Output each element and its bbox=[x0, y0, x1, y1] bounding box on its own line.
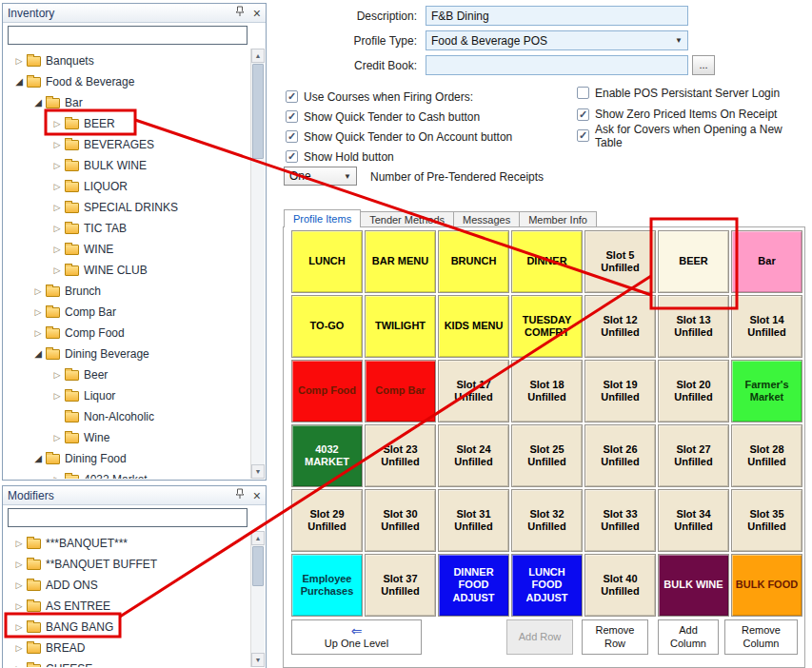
grid-cell-slot-18-unfilled[interactable]: Slot 18 Unfilled bbox=[511, 360, 583, 422]
grid-cell-twilight[interactable]: TWILIGHT bbox=[365, 295, 436, 358]
expander-expanded-icon[interactable]: ◢ bbox=[32, 454, 44, 463]
tree-item-wine-club[interactable]: ▷WINE CLUB bbox=[4, 260, 249, 281]
checkbox-checked[interactable]: ✓ bbox=[286, 110, 298, 123]
expander-collapsed-icon[interactable]: ▷ bbox=[51, 476, 63, 480]
checkbox-checked[interactable]: ✓ bbox=[577, 108, 589, 121]
grid-cell-slot-37-unfilled[interactable]: Slot 37 Unfilled bbox=[365, 554, 436, 617]
checkbox-checked[interactable]: ✓ bbox=[286, 150, 298, 163]
scroll-down-icon[interactable]: ▼ bbox=[251, 653, 265, 667]
grid-cell-lunch[interactable]: LUNCH bbox=[291, 230, 363, 293]
tree-item-beverages[interactable]: ▷BEVERAGES bbox=[4, 134, 249, 155]
tree-item-non-alcoholic[interactable]: Non-Alcoholic bbox=[4, 406, 249, 427]
grid-cell-slot-13-unfilled[interactable]: Slot 13 Unfilled bbox=[658, 295, 729, 358]
grid-cell-to-go[interactable]: TO-GO bbox=[291, 295, 363, 358]
expander-collapsed-icon[interactable]: ▷ bbox=[13, 540, 25, 548]
grid-cell-farmer-s-market[interactable]: Farmer's Market bbox=[731, 360, 802, 422]
expander-collapsed-icon[interactable]: ▷ bbox=[51, 246, 63, 254]
expander-collapsed-icon[interactable]: ▷ bbox=[32, 308, 44, 317]
expander-collapsed-icon[interactable]: ▷ bbox=[51, 371, 63, 380]
tree-item-bang-bang[interactable]: ▷BANG BANG bbox=[4, 617, 249, 638]
credit-book-input[interactable] bbox=[426, 55, 688, 75]
close-icon[interactable]: × bbox=[253, 7, 261, 20]
tree-item-banquet[interactable]: ▷***BANQUET*** bbox=[4, 533, 249, 554]
grid-cell-bulk-wine[interactable]: BULK WINE bbox=[658, 554, 729, 617]
tree-item-beer[interactable]: ▷BEER bbox=[4, 113, 249, 134]
inventory-scrollbar[interactable]: ▲ ▼ bbox=[250, 49, 265, 479]
tree-item-comp-food[interactable]: ▷Comp Food bbox=[4, 323, 249, 344]
grid-cell-comp-bar[interactable]: Comp Bar bbox=[365, 360, 436, 422]
grid-cell-slot-5-unfilled[interactable]: Slot 5 Unfilled bbox=[584, 230, 656, 293]
grid-cell-kids-menu[interactable]: KIDS MENU bbox=[438, 295, 509, 358]
close-icon[interactable]: × bbox=[253, 489, 261, 502]
tree-item-add-ons[interactable]: ▷ADD ONS bbox=[4, 575, 249, 596]
tree-item-cheese[interactable]: ▷CHEESE bbox=[4, 658, 249, 667]
expander-collapsed-icon[interactable]: ▷ bbox=[51, 162, 63, 170]
grid-cell-4032-market[interactable]: 4032 MARKET bbox=[291, 424, 363, 487]
grid-cell-slot-23-unfilled[interactable]: Slot 23 Unfilled bbox=[365, 424, 436, 487]
expander-collapsed-icon[interactable]: ▷ bbox=[13, 560, 25, 569]
scrollbar-thumb[interactable] bbox=[252, 64, 264, 159]
expander-collapsed-icon[interactable]: ▷ bbox=[32, 329, 44, 338]
grid-cell-slot-31-unfilled[interactable]: Slot 31 Unfilled bbox=[438, 489, 509, 552]
grid-cell-slot-27-unfilled[interactable]: Slot 27 Unfilled bbox=[658, 424, 729, 487]
grid-cell-slot-26-unfilled[interactable]: Slot 26 Unfilled bbox=[584, 424, 656, 487]
modifiers-scrollbar[interactable]: ▲ ▼ bbox=[250, 531, 265, 667]
expander-collapsed-icon[interactable]: ▷ bbox=[51, 434, 63, 442]
expander-collapsed-icon[interactable]: ▷ bbox=[51, 141, 63, 149]
tree-item-brunch[interactable]: ▷Brunch bbox=[4, 281, 249, 302]
grid-cell-slot-33-unfilled[interactable]: Slot 33 Unfilled bbox=[584, 489, 656, 552]
grid-cell-slot-40-unfilled[interactable]: Slot 40 Unfilled bbox=[584, 554, 656, 617]
checkbox-unchecked[interactable] bbox=[577, 87, 589, 99]
add-row-button[interactable]: Add Row bbox=[506, 619, 573, 655]
tree-item-wine[interactable]: ▷Wine bbox=[4, 427, 249, 448]
checkbox-row-ask-for-covers-when-opening-a-new-table[interactable]: ✓Ask for Covers when Opening a New Table bbox=[577, 126, 812, 146]
scroll-down-icon[interactable]: ▼ bbox=[251, 464, 265, 479]
grid-cell-dinner[interactable]: DINNER bbox=[511, 230, 583, 293]
tab-messages[interactable]: Messages bbox=[454, 211, 520, 227]
expander-expanded-icon[interactable]: ◢ bbox=[32, 98, 44, 108]
tree-item-banquets[interactable]: ▷Banquets bbox=[4, 50, 249, 71]
grid-cell-slot-35-unfilled[interactable]: Slot 35 Unfilled bbox=[731, 489, 802, 552]
expander-collapsed-icon[interactable]: ▷ bbox=[51, 392, 63, 401]
expander-collapsed-icon[interactable]: ▷ bbox=[13, 57, 25, 66]
expander-expanded-icon[interactable]: ◢ bbox=[13, 77, 25, 87]
tab-member-info[interactable]: Member Info bbox=[520, 211, 597, 227]
checkbox-checked[interactable]: ✓ bbox=[286, 90, 298, 103]
tree-item-dining-beverage[interactable]: ◢Dining Beverage bbox=[4, 344, 249, 364]
grid-cell-slot-32-unfilled[interactable]: Slot 32 Unfilled bbox=[511, 489, 583, 552]
tree-item-liquor[interactable]: ▷LIQUOR bbox=[4, 176, 249, 197]
grid-cell-bulk-food[interactable]: BULK FOOD bbox=[731, 554, 802, 617]
expander-collapsed-icon[interactable]: ▷ bbox=[13, 623, 25, 632]
checkbox-row-show-quick-tender-to-on-account-button[interactable]: ✓Show Quick Tender to On Account button bbox=[286, 127, 512, 147]
expander-collapsed-icon[interactable]: ▷ bbox=[51, 183, 63, 191]
pretender-count-select[interactable]: One ▼ bbox=[284, 167, 357, 186]
expander-collapsed-icon[interactable]: ▷ bbox=[13, 665, 25, 668]
grid-cell-slot-12-unfilled[interactable]: Slot 12 Unfilled bbox=[584, 295, 656, 358]
expander-collapsed-icon[interactable]: ▷ bbox=[13, 644, 25, 653]
tree-item-dining-food[interactable]: ◢Dining Food bbox=[4, 448, 249, 469]
tab-profile-items[interactable]: Profile Items bbox=[284, 209, 361, 227]
description-input[interactable] bbox=[426, 6, 688, 26]
expander-collapsed-icon[interactable]: ▷ bbox=[51, 204, 63, 212]
grid-cell-slot-34-unfilled[interactable]: Slot 34 Unfilled bbox=[658, 489, 729, 552]
checkbox-checked[interactable]: ✓ bbox=[286, 130, 298, 143]
browse-button[interactable]: ... bbox=[692, 55, 715, 75]
up-one-level-button[interactable]: ⇐ Up One Level bbox=[291, 619, 422, 655]
tree-item-wine[interactable]: ▷WINE bbox=[4, 239, 249, 260]
grid-cell-beer[interactable]: BEER bbox=[658, 230, 729, 293]
tree-item-tic-tab[interactable]: ▷TIC TAB bbox=[4, 218, 249, 239]
pin-icon[interactable] bbox=[234, 488, 246, 502]
tree-item-banquet-buffet[interactable]: ▷**BANQUET BUFFET bbox=[4, 554, 249, 575]
grid-cell-slot-25-unfilled[interactable]: Slot 25 Unfilled bbox=[511, 424, 583, 487]
grid-cell-slot-28-unfilled[interactable]: Slot 28 Unfilled bbox=[731, 424, 802, 487]
grid-cell-slot-29-unfilled[interactable]: Slot 29 Unfilled bbox=[291, 489, 363, 552]
expander-collapsed-icon[interactable]: ▷ bbox=[32, 287, 44, 296]
grid-cell-slot-20-unfilled[interactable]: Slot 20 Unfilled bbox=[658, 360, 729, 422]
checkbox-row-enable-pos-persistant-server-login[interactable]: Enable POS Persistant Server Login bbox=[577, 83, 812, 103]
grid-cell-slot-14-unfilled[interactable]: Slot 14 Unfilled bbox=[731, 295, 802, 358]
checkbox-row-show-quick-tender-to-cash-button[interactable]: ✓Show Quick Tender to Cash button bbox=[286, 107, 512, 127]
tree-item-special-drinks[interactable]: ▷SPECIAL DRINKS bbox=[4, 197, 249, 218]
grid-cell-slot-30-unfilled[interactable]: Slot 30 Unfilled bbox=[365, 489, 436, 552]
tree-item-liquor[interactable]: ▷Liquor bbox=[4, 385, 249, 406]
expander-collapsed-icon[interactable]: ▷ bbox=[51, 266, 63, 275]
